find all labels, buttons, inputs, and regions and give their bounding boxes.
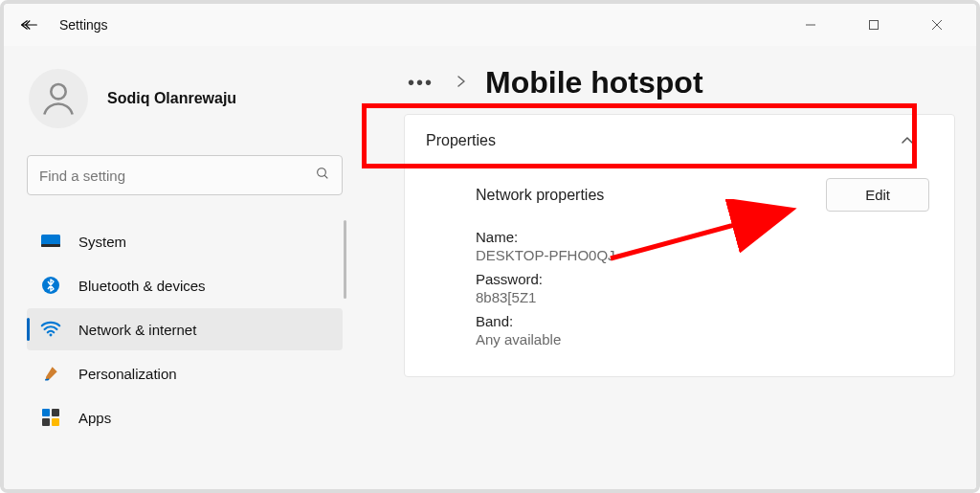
sidebar-item-label: Network & internet xyxy=(78,322,196,338)
wifi-icon xyxy=(40,319,61,340)
svg-rect-8 xyxy=(52,409,59,416)
main-content: ••• Mobile hotspot Properties Network pr… xyxy=(362,46,976,489)
svg-point-1 xyxy=(51,84,65,99)
search-icon xyxy=(315,166,330,185)
properties-header-title: Properties xyxy=(426,132,496,149)
svg-rect-4 xyxy=(41,244,60,247)
window-title: Settings xyxy=(59,17,108,33)
chevron-up-icon xyxy=(901,132,914,149)
search-input[interactable] xyxy=(39,168,315,184)
svg-rect-9 xyxy=(42,418,50,426)
minimize-button[interactable] xyxy=(791,11,831,39)
avatar xyxy=(29,69,88,128)
page-title: Mobile hotspot xyxy=(485,65,703,101)
band-value: Any available xyxy=(476,331,929,347)
svg-rect-10 xyxy=(52,418,59,426)
edit-button[interactable]: Edit xyxy=(826,178,929,212)
sidebar-item-network[interactable]: Network & internet xyxy=(27,308,343,350)
svg-point-6 xyxy=(50,333,53,336)
minimize-icon xyxy=(805,19,816,31)
svg-rect-7 xyxy=(42,409,50,416)
chevron-right-icon xyxy=(457,75,466,92)
name-label: Name: xyxy=(476,229,929,245)
svg-point-2 xyxy=(318,168,326,177)
password-value: 8b83[5Z1 xyxy=(476,289,929,305)
network-properties-heading: Network properties xyxy=(476,187,604,204)
sidebar-item-apps[interactable]: Apps xyxy=(27,396,343,438)
sidebar-item-bluetooth[interactable]: Bluetooth & devices xyxy=(27,264,343,306)
titlebar: Settings xyxy=(4,4,976,46)
maximize-button[interactable] xyxy=(854,11,894,39)
back-button[interactable] xyxy=(11,8,46,42)
sidebar-scrollbar[interactable] xyxy=(344,220,346,299)
system-icon xyxy=(40,231,61,252)
sidebar-nav: System Bluetooth & devices Network & int… xyxy=(27,220,343,438)
sidebar-item-label: Bluetooth & devices xyxy=(78,278,206,294)
band-label: Band: xyxy=(476,313,929,329)
window-controls xyxy=(791,11,969,39)
password-label: Password: xyxy=(476,271,929,287)
brush-icon xyxy=(40,363,61,384)
maximize-icon xyxy=(868,19,880,31)
name-value: DESKTOP-PFHO0QJ xyxy=(476,247,929,263)
sidebar-item-personalization[interactable]: Personalization xyxy=(27,352,343,394)
user-account-row[interactable]: Sodiq Olanrewaju xyxy=(27,69,343,128)
sidebar-item-label: System xyxy=(78,234,126,250)
properties-header[interactable]: Properties xyxy=(405,115,954,167)
sidebar: Sodiq Olanrewaju System xyxy=(4,46,362,489)
close-button[interactable] xyxy=(917,11,957,39)
sidebar-item-label: Apps xyxy=(78,410,111,426)
avatar-icon xyxy=(37,78,79,120)
sidebar-item-label: Personalization xyxy=(78,366,177,382)
sidebar-item-system[interactable]: System xyxy=(27,220,343,262)
properties-body: Network properties Edit Name: DESKTOP-PF… xyxy=(405,167,954,376)
breadcrumb: ••• Mobile hotspot xyxy=(404,65,955,101)
bluetooth-icon xyxy=(40,275,61,296)
search-box[interactable] xyxy=(27,155,343,195)
properties-card: Properties Network properties Edit Name:… xyxy=(404,114,955,377)
breadcrumb-ellipsis[interactable]: ••• xyxy=(404,70,437,96)
svg-rect-0 xyxy=(870,21,879,30)
apps-icon xyxy=(40,407,61,428)
user-name: Sodiq Olanrewaju xyxy=(107,90,236,107)
close-icon xyxy=(931,19,943,31)
